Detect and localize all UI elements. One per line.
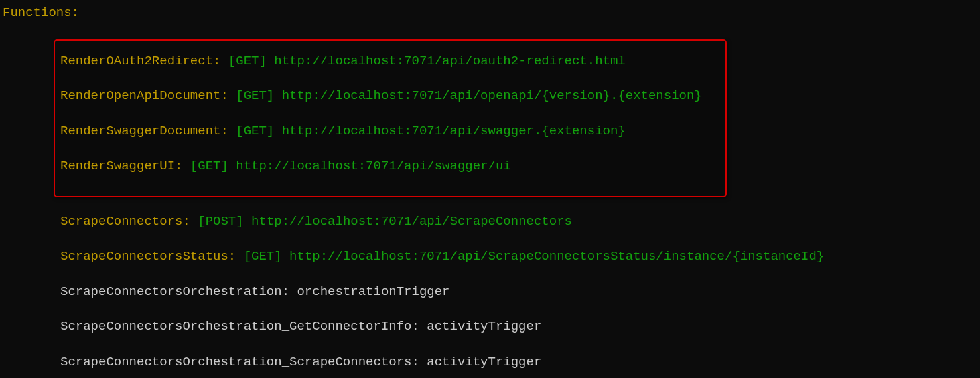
function-name: RenderSwaggerDocument: — [60, 124, 228, 138]
function-name: RenderOpenApiDocument: — [60, 88, 228, 103]
function-name: ScrapeConnectorsStatus: — [60, 249, 236, 264]
function-name: ScrapeConnectors: — [60, 214, 190, 229]
functions-list: RenderOAuth2Redirect: [GET] http://local… — [0, 39, 980, 372]
http-method: [GET] — [236, 124, 274, 138]
endpoint-url: http://localhost:7071/api/swagger/ui — [236, 159, 510, 173]
endpoint-url: http://localhost:7071/api/openapi/{versi… — [282, 88, 702, 103]
highlighted-functions-box: RenderOAuth2Redirect: [GET] http://local… — [54, 39, 727, 197]
function-entry: ScrapeConnectors: [POST] http://localhos… — [60, 212, 980, 231]
function-entry: ScrapeConnectorsOrchestration: orchestra… — [60, 282, 980, 302]
function-entry: RenderSwaggerDocument: [GET] http://loca… — [60, 122, 720, 141]
function-entry: RenderOpenApiDocument: [GET] http://loca… — [60, 86, 720, 106]
http-method: [GET] — [190, 159, 228, 173]
endpoint-url: http://localhost:7071/api/ScrapeConnecto… — [251, 214, 572, 229]
trigger-type: orchestrationTrigger — [297, 284, 449, 299]
http-method: [GET] — [228, 54, 267, 68]
http-method: [GET] — [244, 249, 282, 264]
trigger-type: activityTrigger — [427, 319, 541, 334]
function-name: RenderOAuth2Redirect: — [60, 54, 220, 68]
function-name: RenderSwaggerUI: — [60, 159, 182, 173]
functions-header: Functions: — [0, 3, 980, 23]
trigger-type: activityTrigger — [427, 355, 541, 369]
endpoint-url: http://localhost:7071/api/oauth2-redirec… — [274, 54, 626, 68]
function-entry: RenderSwaggerUI: [GET] http://localhost:… — [60, 157, 720, 176]
function-name: ScrapeConnectorsOrchestration_ScrapeConn… — [60, 355, 419, 369]
function-name: ScrapeConnectorsOrchestration_GetConnect… — [60, 319, 419, 334]
function-entry: ScrapeConnectorsOrchestration_ScrapeConn… — [60, 353, 980, 372]
function-entry: ScrapeConnectorsStatus: [GET] http://loc… — [60, 247, 980, 266]
endpoint-url: http://localhost:7071/api/ScrapeConnecto… — [289, 249, 824, 264]
function-name: ScrapeConnectorsOrchestration: — [60, 284, 289, 299]
function-entry: ScrapeConnectorsOrchestration_GetConnect… — [60, 317, 980, 337]
http-method: [GET] — [236, 88, 274, 103]
endpoint-url: http://localhost:7071/api/swagger.{exten… — [282, 124, 626, 138]
http-method: [POST] — [198, 214, 243, 229]
function-entry: RenderOAuth2Redirect: [GET] http://local… — [60, 52, 720, 71]
